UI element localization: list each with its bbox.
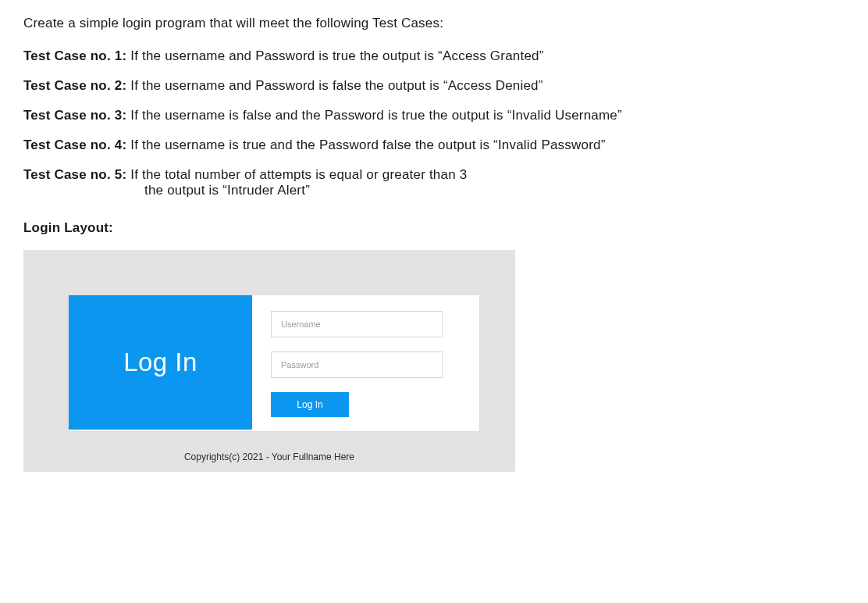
login-button[interactable]: Log In [271,392,349,417]
test-case-1-text: If the username and Password is true the… [126,48,543,63]
test-case-4-label: Test Case no. 4: [23,137,126,152]
copyright-text: Copyrights(c) 2021 - Your Fullname Here [23,451,515,462]
login-form: Log In [252,295,479,431]
test-case-2: Test Case no. 2: If the username and Pas… [23,78,845,94]
test-case-5-text-line1: If the total number of attempts is equal… [126,167,467,182]
test-case-4: Test Case no. 4: If the username is true… [23,137,845,153]
login-banner: Log In [69,295,252,430]
document-body: Create a simple login program that will … [23,16,845,472]
login-layout-heading: Login Layout: [23,220,845,236]
test-case-5-label: Test Case no. 5: [23,167,126,182]
test-case-4-text: If the username is true and the Password… [126,137,605,152]
login-mockup-frame: Log In Log In Copyrights(c) 2021 - Your … [23,250,515,472]
test-case-1-label: Test Case no. 1: [23,48,126,63]
test-case-5: Test Case no. 5: If the total number of … [23,167,845,198]
login-banner-title: Log In [123,348,197,377]
test-case-3: Test Case no. 3: If the username is fals… [23,108,845,123]
intro-text: Create a simple login program that will … [23,16,845,31]
test-case-2-label: Test Case no. 2: [23,78,126,93]
username-field[interactable] [271,311,443,337]
test-case-3-label: Test Case no. 3: [23,108,126,123]
login-card: Log In Log In [69,295,479,431]
test-case-2-text: If the username and Password is false th… [126,78,542,93]
password-field[interactable] [271,351,443,378]
test-case-3-text: If the username is false and the Passwor… [126,108,622,123]
test-case-5-text-line2: the output is “Intruder Alert” [144,183,310,198]
test-case-1: Test Case no. 1: If the username and Pas… [23,48,845,64]
